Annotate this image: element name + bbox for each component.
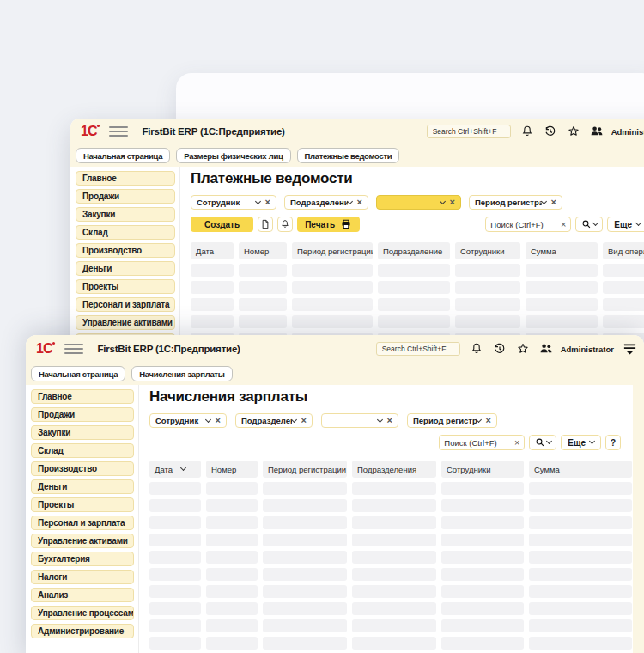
filter-dropdown[interactable]: × [321,413,398,428]
filter-dropdown[interactable]: Подразделение × [235,413,313,428]
sidebar-item[interactable]: Закупки [76,207,175,222]
filter-dropdown[interactable]: Сотрудник × [149,413,227,428]
more-button[interactable]: Еще [561,435,601,450]
global-search-input[interactable] [376,342,460,356]
chevron-down-icon [635,220,641,226]
reminder-bell-icon-button[interactable] [277,217,293,232]
clear-icon[interactable]: × [387,416,392,425]
global-search-input[interactable] [427,125,511,138]
clear-icon[interactable]: × [450,198,455,207]
sidebar-item[interactable]: Управление процессами [31,606,134,620]
clear-icon[interactable]: × [486,416,491,425]
user-menu[interactable]: Administrator [561,345,614,354]
create-button[interactable]: Создать [191,217,253,232]
column-header[interactable]: Вид операции [603,242,644,259]
table-skeleton-cell [441,568,524,581]
sidebar-item[interactable]: Деньги [76,261,175,276]
sidebar-item-label: Проекты [82,282,118,291]
sidebar-item[interactable]: Проекты [31,497,134,512]
table-skeleton-cell [263,637,347,650]
favorites-star-icon[interactable] [567,125,580,138]
sidebar-item[interactable]: Главное [31,389,134,404]
tab[interactable]: Начальная страница [31,366,125,381]
sidebar-item[interactable]: Закупки [31,425,134,440]
table-skeleton-row [149,637,621,650]
advanced-search-button[interactable] [575,217,603,232]
favorites-star-icon[interactable] [516,342,530,356]
column-header[interactable]: Подразделения [352,461,436,478]
column-header[interactable]: Период регистрации [263,461,347,478]
column-header[interactable]: Сумма [526,242,598,259]
column-header[interactable]: Номер [206,461,258,478]
sidebar-item[interactable]: Продажи [31,407,134,422]
more-button[interactable]: Еще [607,217,644,232]
history-icon[interactable] [493,342,507,356]
notifications-bell-icon[interactable] [470,342,483,356]
hamburger-menu-icon[interactable] [109,126,128,137]
clear-icon[interactable]: × [357,198,362,207]
column-label: Период регистрации [268,465,346,474]
history-icon[interactable] [544,125,557,138]
table-skeleton-cell [263,499,347,512]
sidebar-item[interactable]: Бухгалтерия [31,552,134,566]
hamburger-menu-icon[interactable] [64,344,83,354]
sidebar-item[interactable]: Склад [31,443,134,458]
column-header[interactable]: Сотрудники [441,461,524,478]
sidebar-item[interactable]: Персонал и зарплата [76,297,175,312]
users-icon[interactable] [539,342,553,356]
sidebar-item[interactable]: Главное [76,171,175,186]
table-skeleton-cell [149,619,201,632]
clear-icon[interactable]: × [301,416,307,425]
sidebar-item[interactable]: Проекты [76,279,175,294]
column-header[interactable]: Сотрудники [455,242,520,259]
filter-dropdown[interactable]: Сотрудник × [191,195,276,210]
table-skeleton-cell [191,264,234,277]
sidebar-item[interactable]: Налоги [31,570,134,584]
table-search-input[interactable] [444,438,509,448]
clear-search-icon[interactable]: × [514,438,519,448]
filter-dropdown[interactable]: Период регистрации × [407,413,497,428]
tab[interactable]: Начальная страница [76,148,170,163]
user-menu[interactable]: Administrator [611,127,644,137]
column-header[interactable]: Сумма [529,461,632,478]
clear-search-icon[interactable]: × [561,220,566,229]
column-header[interactable]: Дата [191,242,234,259]
clear-icon[interactable]: × [216,416,221,425]
sidebar-item[interactable]: Персонал и зарплата [31,516,134,530]
filter-dropdown[interactable]: Подразделение × [284,195,368,210]
table-search-input[interactable] [490,220,556,229]
clear-icon[interactable]: × [265,198,270,207]
table-skeleton-cell [352,482,436,495]
advanced-search-button[interactable] [529,435,556,450]
tab[interactable]: Платежные ведомости [297,148,400,163]
sidebar-item[interactable]: Склад [76,225,175,240]
column-header[interactable]: Период регистрации [292,242,373,259]
main-panel: Начисления зарплаты Сотрудник × Подразде… [139,385,644,653]
sidebar-item[interactable]: Управление активами [31,534,134,548]
sidebar-item[interactable]: Анализ [31,588,134,602]
filter-dropdown[interactable]: Период регистрации × [469,195,562,210]
sidebar-item[interactable]: Администрирование [31,624,134,638]
help-button[interactable]: ? [605,435,621,450]
new-document-icon-button[interactable] [258,217,273,232]
clear-icon[interactable]: × [551,198,556,207]
sidebar-item-label: Закупки [38,428,70,437]
table-skeleton-cell [603,298,644,311]
tab[interactable]: Размеры физических лиц [176,148,290,163]
tab[interactable]: Начисления зарплаты [131,366,232,381]
sidebar-item[interactable]: Производство [76,243,175,258]
sidebar-item[interactable]: Производство [31,461,134,476]
sidebar-item[interactable]: Продажи [76,189,175,204]
users-icon[interactable] [590,125,604,138]
chevron-down-icon [377,416,383,422]
column-header[interactable]: Дата [149,461,201,478]
table-skeleton-cell [239,281,287,294]
sidebar-item[interactable]: Управление активами [76,315,175,330]
column-header[interactable]: Номер [239,242,287,259]
filter-dropdown[interactable]: × [376,195,461,210]
sidebar-item[interactable]: Деньги [31,479,134,494]
print-button[interactable]: Печать [297,217,360,232]
column-header[interactable]: Подразделение [378,242,450,259]
main-menu-icon[interactable] [623,342,637,356]
notifications-bell-icon[interactable] [520,125,534,138]
